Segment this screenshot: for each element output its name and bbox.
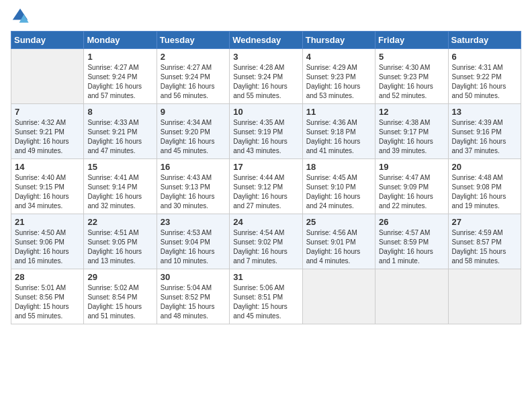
calendar-cell: 4Sunrise: 4:29 AM Sunset: 9:23 PM Daylig… [302,49,375,104]
cell-day-number: 4 [306,52,371,62]
cell-info-text: Sunrise: 4:48 AM Sunset: 9:08 PM Dayligh… [452,173,517,211]
cell-info-text: Sunrise: 4:40 AM Sunset: 9:15 PM Dayligh… [15,173,80,211]
cell-info-text: Sunrise: 5:01 AM Sunset: 8:56 PM Dayligh… [15,283,80,321]
cell-info-text: Sunrise: 4:36 AM Sunset: 9:18 PM Dayligh… [306,118,371,156]
calendar-cell: 24Sunrise: 4:54 AM Sunset: 9:02 PM Dayli… [230,214,302,269]
cell-day-number: 2 [161,52,226,62]
cell-info-text: Sunrise: 5:06 AM Sunset: 8:51 PM Dayligh… [233,283,298,321]
cell-day-number: 29 [87,272,152,282]
calendar-cell: 23Sunrise: 4:53 AM Sunset: 9:04 PM Dayli… [157,214,229,269]
cell-day-number: 28 [15,272,80,282]
calendar-row-1: 7Sunrise: 4:32 AM Sunset: 9:21 PM Daylig… [11,104,521,159]
cell-info-text: Sunrise: 4:43 AM Sunset: 9:13 PM Dayligh… [161,173,226,211]
cell-day-number: 31 [233,272,298,282]
cell-day-number: 10 [233,107,298,117]
calendar-cell: 21Sunrise: 4:50 AM Sunset: 9:06 PM Dayli… [11,214,84,269]
cell-day-number: 12 [379,107,444,117]
cell-day-number: 9 [161,107,226,117]
calendar-cell [302,269,375,324]
calendar-cell: 17Sunrise: 4:44 AM Sunset: 9:12 PM Dayli… [230,159,302,214]
cell-info-text: Sunrise: 4:34 AM Sunset: 9:20 PM Dayligh… [161,118,226,156]
cell-day-number: 8 [87,107,152,117]
cell-info-text: Sunrise: 4:32 AM Sunset: 9:21 PM Dayligh… [15,118,80,156]
cell-info-text: Sunrise: 4:27 AM Sunset: 9:24 PM Dayligh… [87,63,152,101]
calendar-cell: 18Sunrise: 4:45 AM Sunset: 9:10 PM Dayli… [302,159,375,214]
cell-info-text: Sunrise: 5:04 AM Sunset: 8:52 PM Dayligh… [161,283,226,321]
calendar-cell: 9Sunrise: 4:34 AM Sunset: 9:20 PM Daylig… [157,104,229,159]
calendar-cell [375,269,448,324]
calendar-cell: 28Sunrise: 5:01 AM Sunset: 8:56 PM Dayli… [11,269,84,324]
calendar-cell: 3Sunrise: 4:28 AM Sunset: 9:24 PM Daylig… [230,49,302,104]
cell-info-text: Sunrise: 4:56 AM Sunset: 9:01 PM Dayligh… [306,228,371,266]
cell-info-text: Sunrise: 4:47 AM Sunset: 9:09 PM Dayligh… [379,173,444,211]
calendar-cell: 30Sunrise: 5:04 AM Sunset: 8:52 PM Dayli… [157,269,229,324]
cell-info-text: Sunrise: 5:02 AM Sunset: 8:54 PM Dayligh… [87,283,152,321]
cell-day-number: 7 [15,107,80,117]
cell-day-number: 1 [87,52,152,62]
calendar-cell: 2Sunrise: 4:27 AM Sunset: 9:24 PM Daylig… [157,49,229,104]
calendar-cell: 31Sunrise: 5:06 AM Sunset: 8:51 PM Dayli… [230,269,302,324]
weekday-header-tuesday: Tuesday [157,32,229,49]
cell-info-text: Sunrise: 4:31 AM Sunset: 9:22 PM Dayligh… [452,63,517,101]
cell-info-text: Sunrise: 4:30 AM Sunset: 9:23 PM Dayligh… [379,63,444,101]
cell-info-text: Sunrise: 4:59 AM Sunset: 8:57 PM Dayligh… [452,228,517,266]
cell-day-number: 23 [161,217,226,227]
calendar-cell: 16Sunrise: 4:43 AM Sunset: 9:13 PM Dayli… [157,159,229,214]
calendar-cell [448,269,521,324]
calendar-cell: 20Sunrise: 4:48 AM Sunset: 9:08 PM Dayli… [448,159,521,214]
weekday-header-monday: Monday [84,32,157,49]
cell-day-number: 30 [161,272,226,282]
cell-day-number: 19 [379,162,444,172]
cell-info-text: Sunrise: 4:41 AM Sunset: 9:14 PM Dayligh… [87,173,152,211]
cell-day-number: 17 [233,162,298,172]
calendar-cell: 29Sunrise: 5:02 AM Sunset: 8:54 PM Dayli… [84,269,157,324]
calendar-cell: 6Sunrise: 4:31 AM Sunset: 9:22 PM Daylig… [448,49,521,104]
cell-day-number: 6 [452,52,517,62]
cell-info-text: Sunrise: 4:50 AM Sunset: 9:06 PM Dayligh… [15,228,80,266]
calendar-row-0: 1Sunrise: 4:27 AM Sunset: 9:24 PM Daylig… [11,49,521,104]
cell-day-number: 11 [306,107,371,117]
header [11,7,521,26]
logo [11,7,32,26]
cell-day-number: 27 [452,217,517,227]
cell-info-text: Sunrise: 4:29 AM Sunset: 9:23 PM Dayligh… [306,63,371,101]
cell-day-number: 14 [15,162,80,172]
cell-info-text: Sunrise: 4:39 AM Sunset: 9:16 PM Dayligh… [452,118,517,156]
cell-info-text: Sunrise: 4:53 AM Sunset: 9:04 PM Dayligh… [161,228,226,266]
cell-day-number: 24 [233,217,298,227]
cell-info-text: Sunrise: 4:27 AM Sunset: 9:24 PM Dayligh… [161,63,226,101]
cell-info-text: Sunrise: 4:45 AM Sunset: 9:10 PM Dayligh… [306,173,371,211]
weekday-header-saturday: Saturday [448,32,521,49]
calendar-cell: 25Sunrise: 4:56 AM Sunset: 9:01 PM Dayli… [302,214,375,269]
cell-info-text: Sunrise: 4:33 AM Sunset: 9:21 PM Dayligh… [87,118,152,156]
calendar-cell: 26Sunrise: 4:57 AM Sunset: 8:59 PM Dayli… [375,214,448,269]
cell-info-text: Sunrise: 4:35 AM Sunset: 9:19 PM Dayligh… [233,118,298,156]
cell-day-number: 15 [87,162,152,172]
cell-day-number: 26 [379,217,444,227]
calendar-cell: 19Sunrise: 4:47 AM Sunset: 9:09 PM Dayli… [375,159,448,214]
cell-info-text: Sunrise: 4:57 AM Sunset: 8:59 PM Dayligh… [379,228,444,266]
cell-day-number: 20 [452,162,517,172]
weekday-header-sunday: Sunday [11,32,84,49]
calendar-cell: 27Sunrise: 4:59 AM Sunset: 8:57 PM Dayli… [448,214,521,269]
cell-day-number: 13 [452,107,517,117]
calendar-cell: 22Sunrise: 4:51 AM Sunset: 9:05 PM Dayli… [84,214,157,269]
page: SundayMondayTuesdayWednesdayThursdayFrid… [0,0,532,411]
calendar-cell: 12Sunrise: 4:38 AM Sunset: 9:17 PM Dayli… [375,104,448,159]
weekday-header-row: SundayMondayTuesdayWednesdayThursdayFrid… [11,32,521,49]
cell-day-number: 18 [306,162,371,172]
calendar-cell: 13Sunrise: 4:39 AM Sunset: 9:16 PM Dayli… [448,104,521,159]
cell-day-number: 25 [306,217,371,227]
calendar-cell: 14Sunrise: 4:40 AM Sunset: 9:15 PM Dayli… [11,159,84,214]
calendar-cell: 15Sunrise: 4:41 AM Sunset: 9:14 PM Dayli… [84,159,157,214]
calendar-cell: 5Sunrise: 4:30 AM Sunset: 9:23 PM Daylig… [375,49,448,104]
calendar-cell: 1Sunrise: 4:27 AM Sunset: 9:24 PM Daylig… [84,49,157,104]
cell-info-text: Sunrise: 4:51 AM Sunset: 9:05 PM Dayligh… [87,228,152,266]
calendar-table: SundayMondayTuesdayWednesdayThursdayFrid… [11,31,521,324]
calendar-cell: 10Sunrise: 4:35 AM Sunset: 9:19 PM Dayli… [230,104,302,159]
cell-info-text: Sunrise: 4:38 AM Sunset: 9:17 PM Dayligh… [379,118,444,156]
cell-info-text: Sunrise: 4:44 AM Sunset: 9:12 PM Dayligh… [233,173,298,211]
calendar-cell: 11Sunrise: 4:36 AM Sunset: 9:18 PM Dayli… [302,104,375,159]
cell-day-number: 5 [379,52,444,62]
cell-day-number: 21 [15,217,80,227]
